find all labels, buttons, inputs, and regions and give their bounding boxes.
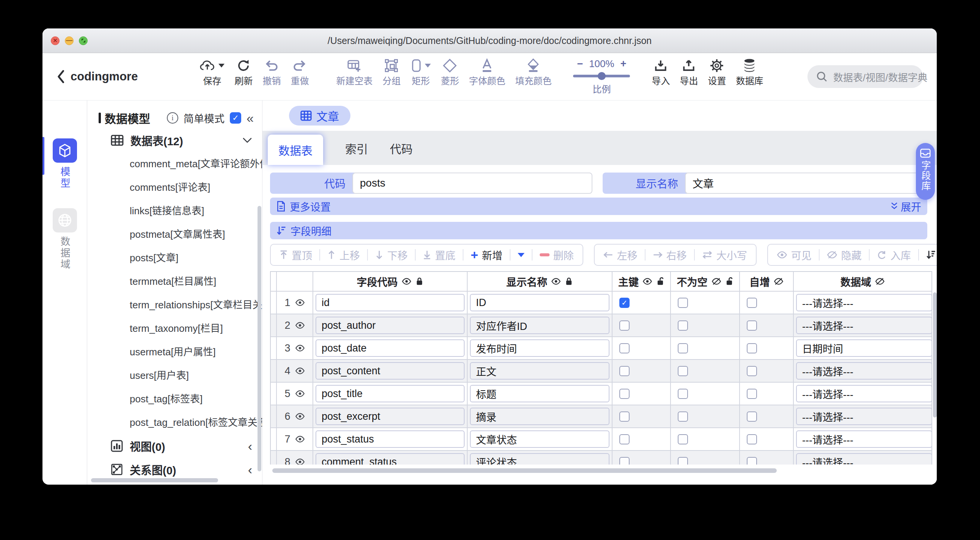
eye-off-icon[interactable] xyxy=(711,277,721,286)
row-drag-handle[interactable] xyxy=(271,451,277,465)
rectangle-button[interactable]: 矩形 xyxy=(406,58,436,86)
sidebar-table-item[interactable]: usermeta[用户属性] xyxy=(87,340,262,364)
document-tab[interactable]: 文章 xyxy=(289,106,350,125)
eye-icon[interactable] xyxy=(295,458,305,465)
zoom-slider[interactable] xyxy=(573,72,630,79)
sidebar-table-item[interactable]: term_relationships[文章栏目关系表] xyxy=(87,293,262,317)
field-code-input[interactable]: post_date xyxy=(315,339,465,357)
move-left-button[interactable]: 左移 xyxy=(596,248,645,262)
code-field-input[interactable]: posts xyxy=(352,173,592,194)
undo-button[interactable]: 撤销 xyxy=(258,58,286,86)
domain-select[interactable]: ---请选择--- xyxy=(796,430,932,448)
field-code-input[interactable]: post_excerpt xyxy=(315,408,465,425)
rail-item-model[interactable]: 模型 xyxy=(53,138,77,189)
tab-code[interactable]: 代码 xyxy=(390,140,413,157)
eye-icon[interactable] xyxy=(295,321,305,330)
primary-key-checkbox[interactable] xyxy=(619,343,630,353)
simple-mode-checkbox[interactable]: ✓ xyxy=(230,112,241,124)
auto-increment-checkbox[interactable] xyxy=(747,366,757,376)
move-up-button[interactable]: 上移 xyxy=(320,248,367,262)
field-name-input[interactable]: 摘录 xyxy=(470,408,609,425)
field-code-input[interactable]: comment_status xyxy=(315,453,465,465)
store-button[interactable]: 入库 xyxy=(870,248,918,262)
relations-section-row[interactable]: 关系图(0) ‹ xyxy=(87,458,262,481)
domain-select[interactable]: ---请选择--- xyxy=(796,294,932,311)
field-name-input[interactable]: 标题 xyxy=(470,385,609,402)
auto-increment-checkbox[interactable] xyxy=(747,298,757,308)
eye-icon[interactable] xyxy=(295,344,305,352)
auto-increment-checkbox[interactable] xyxy=(747,389,757,399)
auto-increment-checkbox[interactable] xyxy=(747,411,757,422)
unlock-icon[interactable] xyxy=(656,277,665,286)
eye-off-icon[interactable] xyxy=(875,277,885,286)
unlock-icon[interactable] xyxy=(725,277,733,286)
minimize-button[interactable]: ― xyxy=(65,37,73,45)
primary-key-checkbox[interactable] xyxy=(619,411,630,422)
not-null-checkbox[interactable] xyxy=(678,343,688,353)
sidebar-table-item[interactable]: users[用户表] xyxy=(87,364,262,387)
not-null-checkbox[interactable] xyxy=(678,389,688,399)
pin-top-button[interactable]: 置顶 xyxy=(272,248,319,262)
eye-icon[interactable] xyxy=(402,277,412,286)
name-field-input[interactable]: 文章 xyxy=(685,173,924,194)
primary-key-checkbox[interactable] xyxy=(619,366,630,376)
field-name-input[interactable]: 正文 xyxy=(470,362,609,380)
row-drag-handle[interactable] xyxy=(271,360,277,383)
export-button[interactable]: 导出 xyxy=(675,58,703,86)
case-toggle-button[interactable]: 大小写 xyxy=(695,248,754,262)
auto-increment-checkbox[interactable] xyxy=(747,321,757,331)
row-drag-handle[interactable] xyxy=(271,314,277,337)
sidebar-table-item[interactable]: postmeta[文章属性表] xyxy=(87,222,262,246)
tables-section-row[interactable]: 数据表(12) xyxy=(87,129,262,152)
new-empty-table-button[interactable]: 新建空表 xyxy=(331,58,377,86)
tab-index[interactable]: 索引 xyxy=(345,140,368,157)
lock-icon[interactable] xyxy=(415,277,424,286)
font-color-button[interactable]: 字体颜色 xyxy=(464,58,510,86)
row-drag-handle[interactable] xyxy=(271,337,277,360)
table-vertical-scrollbar[interactable] xyxy=(933,292,937,418)
primary-key-checkbox[interactable] xyxy=(619,434,630,445)
delete-field-button[interactable]: 删除 xyxy=(533,248,581,262)
table-horizontal-scrollbar[interactable] xyxy=(272,469,777,473)
collapse-sidebar-button[interactable]: « xyxy=(247,111,254,124)
chevron-left-icon[interactable]: ‹ xyxy=(248,440,252,453)
chevron-down-icon[interactable] xyxy=(242,137,252,144)
field-library-button[interactable]: 字段库 xyxy=(916,143,935,200)
not-null-checkbox[interactable] xyxy=(678,366,688,376)
sidebar-table-item[interactable]: post_tag_relation[标签文章关系表] xyxy=(87,411,262,434)
tab-datatable[interactable]: 数据表 xyxy=(268,135,323,165)
back-button[interactable]: codingmore xyxy=(56,69,138,84)
search-input[interactable]: 数据表/视图/数据字典 xyxy=(807,65,923,88)
domain-select[interactable]: ---请选择--- xyxy=(796,385,932,402)
sidebar-vertical-scrollbar[interactable] xyxy=(258,206,261,472)
eye-icon[interactable] xyxy=(295,299,305,307)
more-settings-bar[interactable]: 更多设置 展开 xyxy=(270,198,927,215)
lock-icon[interactable] xyxy=(565,277,573,286)
row-drag-handle[interactable] xyxy=(271,405,277,428)
redo-button[interactable]: 重做 xyxy=(286,58,313,86)
views-section-row[interactable]: 视图(0) ‹ xyxy=(87,434,262,458)
move-right-button[interactable]: 右移 xyxy=(646,248,694,262)
field-code-input[interactable]: post_author xyxy=(315,317,465,334)
diamond-button[interactable]: 菱形 xyxy=(436,58,464,86)
chevron-left-icon[interactable]: ‹ xyxy=(248,463,252,476)
sidebar-table-item[interactable]: posts[文章] xyxy=(87,246,262,270)
info-icon[interactable]: i xyxy=(167,112,178,124)
rail-item-datadomain[interactable]: 数据域 xyxy=(53,208,77,270)
domain-select[interactable]: ---请选择--- xyxy=(796,362,932,380)
save-button[interactable]: 保存 xyxy=(194,58,229,86)
field-code-input[interactable]: post_status xyxy=(315,430,465,448)
eye-off-icon[interactable] xyxy=(774,277,784,286)
not-null-checkbox[interactable] xyxy=(678,457,688,465)
not-null-checkbox[interactable] xyxy=(678,411,688,422)
primary-key-checkbox[interactable] xyxy=(619,457,630,465)
pin-bottom-button[interactable]: 置底 xyxy=(416,248,463,262)
add-field-caret-button[interactable] xyxy=(511,253,532,257)
sidebar-table-item[interactable]: term_taxonomy[栏目] xyxy=(87,317,262,340)
field-name-input[interactable]: 发布时间 xyxy=(470,339,609,357)
sidebar-table-item[interactable]: comments[评论表] xyxy=(87,176,262,199)
database-button[interactable]: 数据库 xyxy=(731,58,768,86)
field-name-input[interactable]: 评论状态 xyxy=(470,453,609,465)
sidebar-horizontal-scrollbar[interactable] xyxy=(91,478,218,482)
eye-icon[interactable] xyxy=(295,412,305,421)
